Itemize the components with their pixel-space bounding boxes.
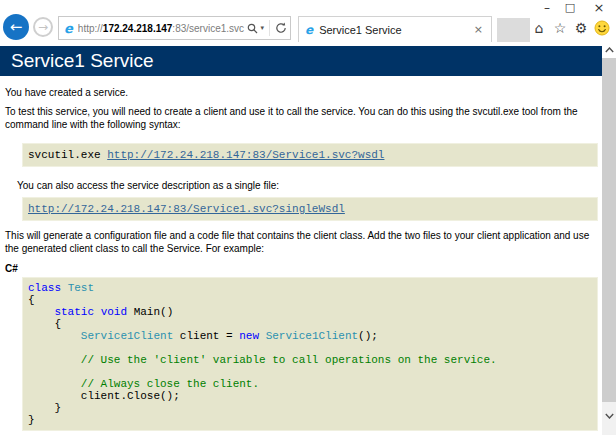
code-sample: class Test{ static void Main() { Service… (22, 277, 598, 431)
svcutil-command-prefix: svcutil.exe (28, 149, 107, 161)
maximize-icon[interactable]: □ (562, 0, 578, 16)
svcutil-command-box: svcutil.exe http://172.24.218.147:83/Ser… (22, 143, 598, 167)
generate-instructions-text: This will generate a configuration file … (5, 229, 596, 255)
url-text[interactable]: http://172.24.218.147:83/service1.svc (78, 23, 248, 34)
minimize-icon[interactable]: – (539, 0, 555, 16)
scrollbar-thumb[interactable] (602, 58, 616, 402)
back-arrow-icon: ← (10, 18, 23, 36)
browser-window: – □ × ← → e http://172.24.218.147:83/ser… (0, 0, 616, 435)
home-icon[interactable]: ⌂ (531, 17, 547, 39)
wsdl-link[interactable]: http://172.24.218.147:83/Service1.svc?ws… (107, 149, 384, 161)
url-host: 172.24.218.147 (103, 23, 173, 34)
tab-service1-service[interactable]: e Service1 Service × (298, 16, 492, 42)
new-tab-button[interactable] (497, 18, 530, 42)
tab-ie-favicon: e (305, 23, 313, 37)
url-path: :83/service1.svc (172, 23, 244, 34)
navigation-bar: ← → e http://172.24.218.147:83/service1.… (0, 16, 616, 42)
tab-close-icon[interactable]: × (472, 23, 485, 36)
feedback-smiley-icon[interactable] (594, 20, 610, 36)
favorites-star-icon[interactable]: ☆ (552, 17, 568, 39)
page-title: Service1 Service (0, 46, 602, 76)
single-wsdl-box: http://172.24.218.147:83/Service1.svc?si… (22, 197, 598, 221)
tab-title: Service1 Service (319, 24, 472, 36)
refresh-icon[interactable] (275, 22, 287, 34)
search-dropdown-caret-icon[interactable]: ▾ (260, 24, 264, 32)
close-icon[interactable]: × (591, 0, 607, 16)
search-icon[interactable] (247, 23, 258, 34)
vertical-scrollbar[interactable] (602, 42, 616, 435)
address-divider (269, 20, 270, 36)
title-bar: – □ × (0, 0, 616, 16)
single-wsdl-link[interactable]: http://172.24.218.147:83/Service1.svc?si… (28, 203, 345, 215)
single-file-text: You can also access the service descript… (17, 179, 596, 192)
language-label: C# (5, 263, 602, 274)
back-button[interactable]: ← (3, 14, 29, 40)
page-content: Service1 Service You have created a serv… (0, 42, 602, 435)
scroll-down-icon[interactable] (602, 408, 616, 424)
settings-gear-icon[interactable]: ⚙ (573, 17, 589, 39)
forward-button[interactable]: → (33, 17, 53, 37)
address-bar[interactable]: e http://172.24.218.147:83/service1.svc … (58, 16, 291, 40)
forward-arrow-icon: → (38, 20, 48, 34)
scroll-up-icon[interactable] (602, 42, 616, 58)
intro-text: You have created a service. (5, 86, 596, 99)
ie-favicon: e (64, 21, 73, 36)
test-instructions-text: To test this service, you will need to c… (5, 105, 596, 131)
url-protocol: http:// (78, 23, 103, 34)
